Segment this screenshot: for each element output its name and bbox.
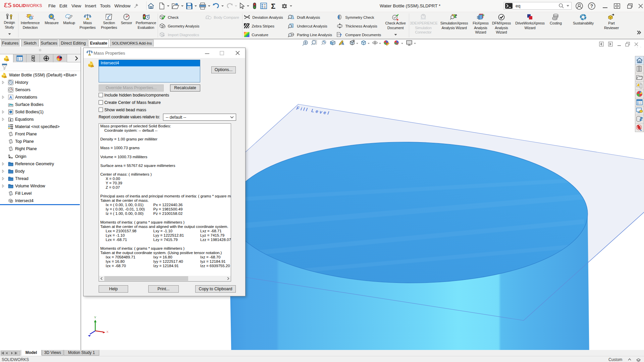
svg-text:?: ? bbox=[339, 33, 342, 37]
svg-text:?: ? bbox=[590, 3, 593, 9]
svg-text:A: A bbox=[341, 42, 344, 46]
svg-text:Y: Y bbox=[94, 315, 97, 319]
svg-text:X: X bbox=[106, 330, 109, 334]
svg-text:Σ: Σ bbox=[271, 2, 275, 10]
svg-text:SOLIDWORKS: SOLIDWORKS bbox=[13, 3, 42, 8]
svg-text:Σ: Σ bbox=[10, 118, 12, 122]
svg-text:A: A bbox=[9, 95, 12, 100]
